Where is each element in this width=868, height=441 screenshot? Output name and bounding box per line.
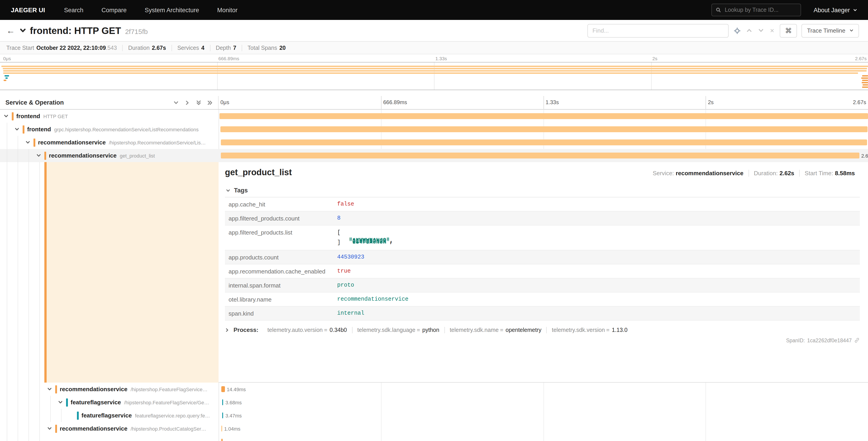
tag-key: internal.span.format — [225, 278, 334, 292]
process-accordion[interactable]: Process: telemetry.auto.version=0.34b0 t… — [225, 326, 860, 333]
app-logo[interactable]: JAEGER UI — [11, 6, 45, 13]
expand-chevron-icon[interactable] — [58, 400, 66, 405]
process-label: Process: — [234, 326, 258, 333]
time-tick-label: 1.33s — [434, 56, 447, 61]
span-bar[interactable] — [221, 140, 867, 145]
trace-view-selector-label: Trace Timeline — [807, 27, 845, 34]
summary-depth: Depth7 — [210, 45, 242, 51]
span-bar[interactable] — [221, 153, 859, 158]
expand-chevron-icon[interactable] — [47, 387, 55, 392]
span-row[interactable]: recommendationservice /hipstershop.Recom… — [0, 136, 868, 149]
trace-id-search-input[interactable] — [724, 6, 796, 13]
span-row[interactable]: featureflagservice featureflagservice.re… — [0, 409, 868, 422]
chevron-down-icon — [849, 29, 854, 33]
expand-all-icon[interactable] — [207, 100, 213, 105]
span-bar-cell[interactable]: 2.62s — [219, 149, 868, 162]
prev-result-icon[interactable] — [746, 28, 752, 33]
summary-duration: Duration2.67s — [122, 45, 172, 51]
summary-ms-suffix: .543 — [106, 45, 117, 51]
nav-item-search[interactable]: Search — [64, 6, 84, 13]
back-button[interactable]: ← — [6, 26, 15, 35]
span-row-partial[interactable] — [0, 435, 868, 441]
span-name-cell[interactable]: featureflagservice /hipstershop.FeatureF… — [0, 396, 219, 409]
nav-item-compare[interactable]: Compare — [102, 6, 127, 13]
span-bar[interactable] — [221, 386, 225, 392]
span-service-name: recommendationservice — [38, 139, 106, 146]
indent-guides — [4, 136, 25, 149]
clear-find-icon[interactable]: ✕ — [770, 27, 774, 34]
collapse-all-icon[interactable] — [196, 100, 202, 105]
tag-value: proto — [337, 282, 354, 288]
minimap-span — [861, 78, 868, 79]
tags-accordion-header[interactable]: Tags — [225, 184, 860, 197]
trace-collapse-chevron-icon[interactable] — [20, 27, 26, 34]
collapse-one-icon[interactable] — [173, 100, 179, 105]
expand-chevron-icon[interactable] — [4, 114, 12, 119]
span-bar[interactable] — [221, 425, 222, 432]
span-bar-cell[interactable] — [219, 136, 868, 149]
span-name-cell — [0, 435, 219, 441]
span-operation: /hipstershop.RecommendationService/Lis… — [109, 140, 206, 145]
span-bar[interactable] — [219, 113, 868, 119]
find-input[interactable] — [587, 24, 728, 37]
span-name-cell[interactable]: recommendationservice /hipstershop.Recom… — [0, 136, 219, 149]
span-bar-cell[interactable]: 1.04ms — [219, 422, 868, 435]
span-bar-cell[interactable] — [219, 123, 868, 136]
nav-item-system-architecture[interactable]: System Architecture — [145, 6, 199, 13]
time-tick-label: 2s — [706, 96, 714, 110]
span-bar[interactable] — [222, 412, 223, 418]
tag-key: app.filtered_products.count — [225, 211, 334, 225]
indent-guides — [4, 396, 58, 409]
time-tick-label: 0μs — [2, 56, 11, 61]
span-operation: grpc.hipstershop.RecommendationService/L… — [54, 126, 198, 132]
minimap-span — [3, 80, 6, 81]
trace-view-selector[interactable]: Trace Timeline — [802, 24, 859, 37]
span-row[interactable]: frontend grpc.hipstershop.Recommendation… — [0, 123, 868, 136]
span-name-cell[interactable]: frontend grpc.hipstershop.Recommendation… — [0, 123, 219, 136]
chevron-down-icon — [226, 188, 230, 193]
minimap-span — [5, 78, 8, 79]
indent-guides — [4, 123, 14, 136]
span-bar-cell[interactable]: 14.49ms — [219, 383, 868, 396]
nav-menu: Search Compare System Architecture Monit… — [64, 6, 238, 13]
expand-chevron-icon[interactable] — [25, 140, 33, 145]
span-row[interactable]: featureflagservice /hipstershop.FeatureF… — [0, 396, 868, 409]
about-jaeger-menu[interactable]: About Jaeger — [813, 6, 857, 13]
service-color-strip — [33, 138, 35, 146]
span-name-cell[interactable]: recommendationservice /hipstershop.Featu… — [0, 383, 219, 396]
service-color-strip — [44, 151, 46, 159]
expand-chevron-icon[interactable] — [36, 153, 44, 158]
top-nav: JAEGER UI Search Compare System Architec… — [0, 0, 868, 20]
tag-key: otel.library.name — [225, 292, 334, 306]
detail-content: get_product_list Service:recommendations… — [219, 162, 868, 383]
trace-title-text: frontend: HTTP GET — [30, 25, 121, 36]
span-name-cell[interactable]: recommendationservice get_product_list — [0, 149, 219, 162]
expand-chevron-icon[interactable] — [47, 426, 55, 431]
span-row[interactable]: frontend HTTP GET — [0, 110, 868, 123]
minimap-span — [3, 70, 867, 71]
keyboard-shortcuts-button[interactable]: ⌘ — [780, 24, 797, 37]
span-bar[interactable] — [221, 126, 868, 132]
expand-chevron-icon[interactable] — [14, 127, 23, 132]
expand-one-icon[interactable] — [185, 100, 190, 105]
trace-id-search[interactable] — [711, 4, 801, 16]
nav-item-monitor[interactable]: Monitor — [217, 6, 238, 13]
span-row[interactable]: recommendationservice /hipstershop.Featu… — [0, 383, 868, 396]
indent-guides — [4, 162, 47, 383]
span-name-cell[interactable]: frontend HTTP GET — [0, 110, 219, 123]
span-bar-cell[interactable]: 3.47ms — [219, 409, 868, 422]
trace-summary-bar: Trace Start October 22 2022, 22:10:09 .5… — [0, 42, 868, 54]
span-bar[interactable] — [222, 399, 223, 405]
span-name-cell[interactable]: recommendationservice /hipstershop.Produ… — [0, 422, 219, 435]
next-result-icon[interactable] — [758, 28, 764, 33]
service-operation-header-cell: Service & Operation — [0, 96, 219, 109]
span-row-selected[interactable]: recommendationservice get_product_list 2… — [0, 149, 868, 162]
span-bar-cell[interactable] — [219, 110, 868, 123]
minimap-time-labels: 0μs 666.89ms 1.33s 2s 2.67s — [0, 54, 868, 62]
trace-minimap[interactable] — [0, 62, 868, 90]
span-row[interactable]: recommendationservice /hipstershop.Produ… — [0, 422, 868, 435]
locate-icon[interactable] — [734, 27, 740, 34]
span-name-cell[interactable]: featureflagservice featureflagservice.re… — [0, 409, 219, 422]
link-icon[interactable] — [854, 337, 860, 343]
span-bar-cell[interactable]: 3.68ms — [219, 396, 868, 409]
